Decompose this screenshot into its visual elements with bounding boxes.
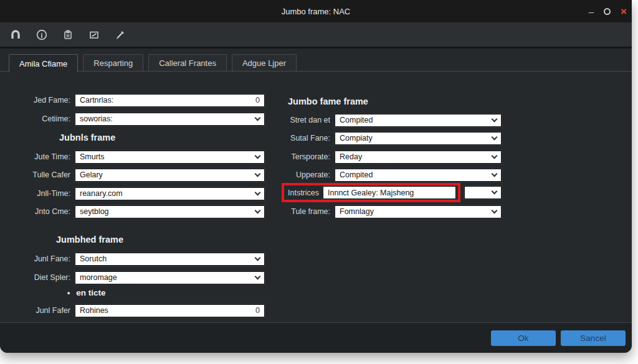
chevron-down-icon: [492, 116, 498, 122]
field-label: Upperate:: [266, 170, 335, 179]
form-row: Diet Spler: moromage: [5, 271, 265, 284]
tule-frame-select[interactable]: Fomnlagy: [335, 205, 502, 218]
bullet-item: •en ticte: [67, 288, 105, 297]
junl-fane-select[interactable]: Sorutch: [75, 253, 265, 266]
field-label: Tersporate:: [266, 152, 335, 161]
form-row: Tersporate: Reday: [266, 150, 502, 164]
field-label: Jute Time:: [5, 152, 75, 161]
chevron-down-icon: [492, 207, 498, 213]
tab-adgue-ljper[interactable]: Adgue Ljper: [232, 54, 297, 71]
junl-fafer-spinner[interactable]: Rohines 0: [75, 304, 265, 317]
form-row: Jnto Cme: seytblog: [5, 205, 265, 218]
chevron-down-icon: [492, 134, 498, 140]
form-row: Tule frame: Fomnlagy: [266, 205, 502, 218]
upperate-select[interactable]: Compited: [335, 169, 502, 182]
window-controls: – ×: [589, 0, 627, 22]
tulle-cafer-select[interactable]: Gelary: [75, 169, 265, 182]
tab-calleral-frantes[interactable]: Calleral Frantes: [148, 54, 227, 71]
form-row: Jute Time: Smurts: [5, 150, 265, 164]
stret-dan-et-select[interactable]: Compited: [335, 114, 502, 127]
field-label: Diet Spler:: [5, 273, 75, 282]
form-row: Tulle Cafer Gelary: [5, 168, 265, 182]
spinner-value[interactable]: 0: [255, 306, 260, 315]
field-label: Jnto Cme:: [5, 207, 75, 216]
jnll-time-select[interactable]: reanary.com: [75, 187, 265, 200]
section-heading-jumbo-fame: Jumbo fame frame: [288, 96, 368, 106]
form-row: Jnll-Time: reanary.com: [5, 187, 265, 200]
field-label: Tule frame:: [266, 207, 335, 216]
tab-resparting[interactable]: Resparting: [83, 54, 143, 71]
clipboard-icon[interactable]: [61, 28, 75, 42]
field-label: Sutal Fane:: [266, 134, 335, 142]
diet-spler-select[interactable]: moromage: [75, 271, 265, 284]
field-label: Tulle Cafer: [5, 170, 75, 179]
jed-fame-spinner[interactable]: Cartnrlas: 0: [75, 94, 265, 107]
chevron-down-icon: [255, 254, 261, 261]
cetiime-select[interactable]: soworias:: [75, 113, 265, 126]
maximize-button[interactable]: [604, 8, 611, 15]
window-title: Jumbo frame: NAC: [282, 7, 351, 16]
chevron-down-icon: [255, 114, 261, 121]
bullet-icon: •: [67, 289, 70, 297]
form-row: Jed Fame: Cartnrlas: 0: [5, 93, 265, 107]
spinner-value[interactable]: 0: [255, 96, 260, 105]
field-label: Junl Fane:: [5, 254, 75, 263]
chevron-down-icon: [492, 189, 498, 195]
chevron-down-icon: [255, 189, 261, 195]
form-row: Cetiime: soworias:: [5, 112, 265, 126]
highlight-red-box: Intstrices Innnct Gealey: Majsheng: [282, 183, 460, 202]
footer-bar: Ok Sancel: [0, 322, 632, 353]
section-heading-jubnls: Jubnls frame: [59, 133, 115, 142]
field-label: Intstrices: [288, 189, 319, 197]
jute-time-select[interactable]: Smurts: [75, 151, 265, 164]
pencil-icon[interactable]: [113, 28, 127, 42]
chevron-down-icon: [255, 273, 261, 279]
chevron-down-icon: [255, 170, 261, 177]
tersporate-select[interactable]: Reday: [335, 151, 502, 164]
field-label: Jnll-Time:: [5, 189, 75, 198]
ok-button[interactable]: Ok: [491, 330, 556, 346]
toolbar: [0, 22, 632, 49]
field-label: Jed Fame:: [5, 96, 75, 105]
section-heading-jumbhed: Jumbhed frame: [56, 235, 123, 245]
jnto-cme-select[interactable]: seytblog: [75, 205, 265, 218]
screen: Jumbo frame: NAC – ×: [0, 0, 638, 364]
magnet-icon[interactable]: [9, 28, 22, 42]
intstrices-dropdown-button[interactable]: [464, 186, 502, 199]
field-label: Cetiime:: [5, 114, 75, 123]
field-label: Junl Fafer: [5, 306, 75, 315]
sutal-fane-select[interactable]: Compiaty: [335, 132, 502, 145]
form-row: Stret dan et Compited: [266, 113, 502, 127]
chevron-down-icon: [255, 207, 261, 213]
intstrices-input[interactable]: Innnct Gealey: Majsheng: [323, 186, 456, 199]
form-row: Sutal Fane: Compiaty: [266, 131, 502, 145]
tab-amila-cfiame[interactable]: Amila Cfiame: [9, 54, 78, 72]
minimize-button[interactable]: –: [589, 7, 594, 16]
form-row: Junl Fane: Sorutch: [5, 252, 265, 266]
chevron-down-icon: [255, 152, 261, 159]
chevron-down-icon: [492, 152, 498, 159]
chevron-down-icon: [492, 170, 498, 177]
cancel-button[interactable]: Sancel: [561, 330, 626, 346]
close-button[interactable]: ×: [621, 6, 627, 17]
tab-bar: Amila Cfiame Resparting Calleral Frantes…: [9, 54, 302, 72]
edit-box-icon[interactable]: [87, 28, 101, 42]
clock-icon[interactable]: [35, 28, 49, 42]
title-bar[interactable]: Jumbo frame: NAC – ×: [0, 0, 632, 22]
field-label: Stret dan et: [266, 116, 335, 124]
form-row: Junl Fafer Rohines 0: [5, 304, 265, 317]
dialog-window: Jumbo frame: NAC – ×: [0, 0, 632, 353]
form-row: Upperate: Compited: [266, 168, 502, 182]
